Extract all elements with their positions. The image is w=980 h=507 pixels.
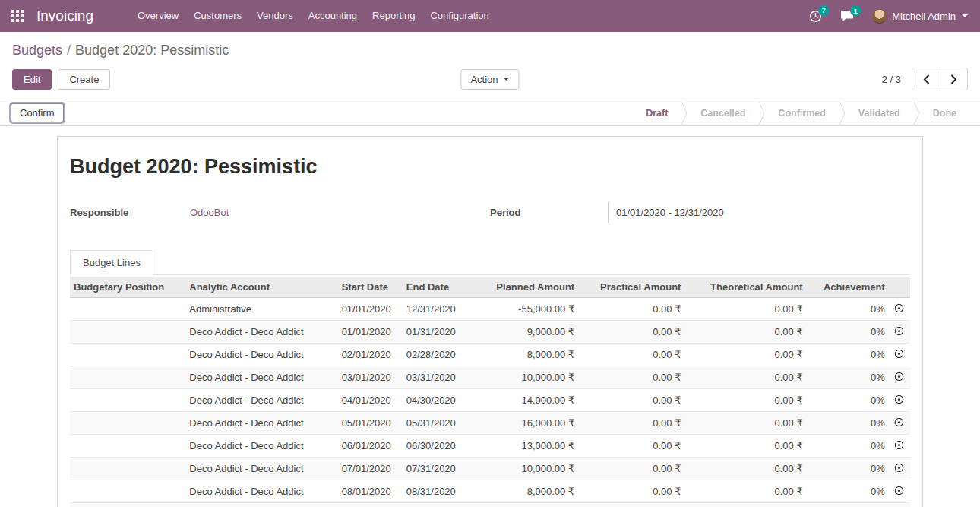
- stage-draft[interactable]: Draft: [633, 108, 681, 119]
- budget-entries-button[interactable]: [889, 503, 910, 507]
- menu-customers[interactable]: Customers: [186, 0, 249, 32]
- apps-grid-icon: [11, 10, 24, 22]
- menu-overview[interactable]: Overview: [130, 0, 186, 32]
- cell-analytic_account: Deco Addict - Deco Addict: [185, 389, 337, 412]
- column-header-achievement[interactable]: Achievement: [807, 277, 889, 298]
- budget-entries-button[interactable]: [889, 366, 910, 389]
- breadcrumb: Budgets/Budget 2020: Pessimistic: [0, 32, 980, 62]
- budget-entries-button[interactable]: [889, 389, 910, 412]
- cell-achievement: 0%: [807, 480, 889, 503]
- bullseye-target-icon: [894, 303, 904, 313]
- period-label: Period: [490, 204, 608, 218]
- user-menu[interactable]: Mitchell Admin: [872, 9, 968, 24]
- status-stages: Draft Cancelled Confirmed Validated Done: [633, 100, 969, 125]
- cell-budgetary_position: [70, 366, 185, 389]
- budget-line-row[interactable]: Deco Addict - Deco Addict09/01/202009/30…: [70, 503, 910, 507]
- column-header-analytic_account[interactable]: Analytic Account: [185, 277, 337, 298]
- menu-accounting[interactable]: Accounting: [301, 0, 365, 32]
- column-header-practical_amount[interactable]: Practical Amount: [578, 277, 684, 298]
- budget-line-row[interactable]: Deco Addict - Deco Addict02/01/202002/28…: [70, 344, 910, 366]
- cell-start_date: 01/01/2020: [338, 298, 403, 321]
- column-header-end_date[interactable]: End Date: [403, 277, 467, 298]
- cell-end_date: 06/30/2020: [403, 435, 467, 458]
- tab-budget-lines[interactable]: Budget Lines: [70, 250, 153, 275]
- budget-lines-table: Budgetary PositionAnalytic AccountStart …: [70, 277, 910, 507]
- apps-menu-button[interactable]: [8, 0, 27, 32]
- column-header-planned_amount[interactable]: Planned Amount: [467, 277, 578, 298]
- cell-budgetary_position: [70, 344, 185, 366]
- cell-achievement: 0%: [807, 366, 889, 389]
- responsible-value-link[interactable]: OdooBot: [190, 204, 229, 218]
- pager-value[interactable]: 2 / 3: [882, 74, 901, 85]
- pager: 2 / 3: [882, 68, 968, 90]
- cell-planned_amount: 14,000.00 ₹: [467, 389, 578, 412]
- bullseye-target-icon: [894, 463, 904, 473]
- budget-line-row[interactable]: Deco Addict - Deco Addict03/01/202003/31…: [70, 366, 910, 389]
- cell-practical_amount: 0.00 ₹: [578, 503, 684, 507]
- budget-line-row[interactable]: Deco Addict - Deco Addict05/01/202005/31…: [70, 412, 910, 435]
- user-name: Mitchell Admin: [892, 11, 956, 22]
- cell-achievement: 0%: [807, 321, 889, 344]
- cell-achievement: 0%: [807, 389, 889, 412]
- bullseye-target-icon: [894, 486, 904, 496]
- stage-cancelled[interactable]: Cancelled: [688, 108, 758, 119]
- edit-button[interactable]: Edit: [12, 69, 52, 90]
- systray: 7 1 Mitchell Admin: [809, 9, 968, 24]
- cell-budgetary_position: [70, 480, 185, 503]
- form-view: Budget 2020: Pessimistic Responsible Odo…: [0, 136, 980, 507]
- notebook-tabs: Budget Lines: [70, 250, 910, 275]
- budget-line-row[interactable]: Deco Addict - Deco Addict07/01/202007/31…: [70, 458, 910, 480]
- app-name[interactable]: Invoicing: [36, 8, 93, 24]
- budget-line-row[interactable]: Deco Addict - Deco Addict01/01/202001/31…: [70, 321, 910, 344]
- confirm-button[interactable]: Confirm: [11, 103, 64, 122]
- budget-entries-button[interactable]: [889, 458, 910, 480]
- menu-configuration[interactable]: Configuration: [422, 0, 496, 32]
- menu-vendors[interactable]: Vendors: [249, 0, 301, 32]
- budget-entries-button[interactable]: [889, 480, 910, 503]
- cell-practical_amount: 0.00 ₹: [578, 435, 684, 458]
- cell-analytic_account: Deco Addict - Deco Addict: [185, 458, 337, 480]
- activities-button[interactable]: 7: [809, 10, 822, 23]
- stage-done[interactable]: Done: [920, 108, 969, 119]
- column-header-start_date[interactable]: Start Date: [338, 277, 403, 298]
- cell-achievement: 0%: [807, 458, 889, 480]
- stage-confirmed[interactable]: Confirmed: [765, 108, 839, 119]
- budget-entries-button[interactable]: [889, 298, 910, 321]
- breadcrumb-current: Budget 2020: Pessimistic: [75, 43, 229, 58]
- cell-end_date: 04/30/2020: [403, 389, 467, 412]
- budget-line-row[interactable]: Administrative01/01/202012/31/2020-55,00…: [70, 298, 910, 321]
- bullseye-target-icon: [894, 417, 904, 427]
- cell-theoretical_amount: 0.00 ₹: [684, 412, 806, 435]
- budget-entries-button[interactable]: [889, 321, 910, 344]
- column-header-budgetary_position[interactable]: Budgetary Position: [70, 277, 185, 298]
- cell-budgetary_position: [70, 412, 185, 435]
- budget-entries-button[interactable]: [889, 344, 910, 366]
- pager-previous-button[interactable]: [912, 68, 940, 90]
- breadcrumb-budgets-link[interactable]: Budgets: [12, 43, 62, 58]
- budget-line-row[interactable]: Deco Addict - Deco Addict06/01/202006/30…: [70, 435, 910, 458]
- cell-analytic_account: Deco Addict - Deco Addict: [185, 366, 337, 389]
- cell-planned_amount: -55,000.00 ₹: [467, 298, 578, 321]
- budget-entries-button[interactable]: [889, 412, 910, 435]
- create-button[interactable]: Create: [58, 69, 110, 90]
- action-dropdown-button[interactable]: Action: [460, 69, 519, 90]
- pager-next-button[interactable]: [940, 68, 968, 90]
- budget-entries-button[interactable]: [889, 435, 910, 458]
- budget-line-row[interactable]: Deco Addict - Deco Addict08/01/202008/31…: [70, 480, 910, 503]
- cell-start_date: 09/01/2020: [338, 503, 403, 507]
- budget-line-row[interactable]: Deco Addict - Deco Addict04/01/202004/30…: [70, 389, 910, 412]
- menu-reporting[interactable]: Reporting: [365, 0, 422, 32]
- stage-validated[interactable]: Validated: [846, 108, 913, 119]
- field-group: Responsible OdooBot Period 01/01/2020 - …: [70, 204, 910, 223]
- messages-button[interactable]: 1: [840, 10, 854, 22]
- chevron-down-icon: [962, 14, 968, 17]
- cell-practical_amount: 0.00 ₹: [578, 344, 684, 366]
- cell-planned_amount: 7,000.00 ₹: [467, 503, 578, 507]
- chevron-right-icon: [950, 74, 957, 84]
- chevron-left-icon: [923, 74, 930, 84]
- cell-achievement: 0%: [807, 298, 889, 321]
- cell-achievement: 0%: [807, 503, 889, 507]
- column-header-theoretical_amount[interactable]: Theoretical Amount: [684, 277, 806, 298]
- top-navbar: Invoicing Overview Customers Vendors Acc…: [0, 0, 980, 32]
- form-sheet: Budget 2020: Pessimistic Responsible Odo…: [57, 136, 923, 507]
